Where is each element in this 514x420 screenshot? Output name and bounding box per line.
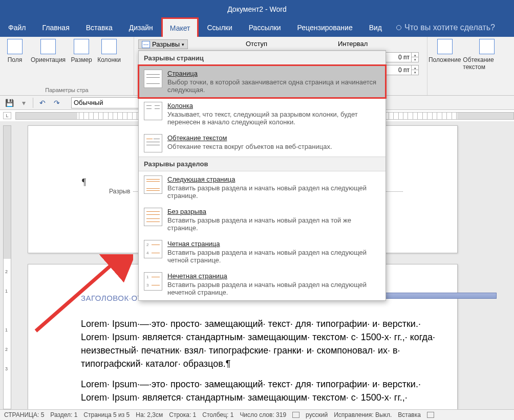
status-column[interactable]: Столбец: 1 <box>202 411 233 418</box>
margins-button[interactable]: Поля <box>3 39 27 63</box>
save-button[interactable]: 💾 <box>4 98 14 108</box>
column-break-icon <box>144 102 162 120</box>
macro-icon[interactable] <box>427 412 434 418</box>
status-insert-mode[interactable]: Вставка <box>398 411 421 418</box>
breaks-dropdown: Разрывы страниц СтраницаВыбор точки, в к… <box>138 50 386 301</box>
odd-page-icon: 13 <box>144 272 162 291</box>
menu-item-even-page[interactable]: 24 Четная страницаВставить разрыв раздел… <box>139 236 386 268</box>
status-page-of[interactable]: Страница 5 из 5 <box>83 411 130 418</box>
body-paragraph-2: Lorem· Ipsum·—·это· просто· замещающий· … <box>81 378 442 404</box>
position-button[interactable]: Положение <box>431 39 459 71</box>
menu-item-next-page[interactable]: Следующая страницаВставить разрыв раздел… <box>139 171 386 204</box>
tab-references[interactable]: Ссылки <box>199 18 240 37</box>
paragraph-mark: ¶ <box>82 177 86 188</box>
orientation-button[interactable]: Ориентация <box>31 39 66 63</box>
breaks-icon <box>142 41 150 48</box>
menubar: Файл Главная Вставка Дизайн Макет Ссылки… <box>0 18 514 37</box>
ruler-tab-selector[interactable]: L <box>3 112 11 119</box>
interval-label: Интервал <box>338 40 368 48</box>
menu-item-text-wrapping[interactable]: Обтекание текстомОбтекание текста вокруг… <box>139 130 386 157</box>
margins-icon <box>7 39 23 54</box>
tell-me-input[interactable]: Что вы хотите сделать? <box>390 18 501 37</box>
status-line[interactable]: Строка: 1 <box>169 411 196 418</box>
menu-item-odd-page[interactable]: 13 Нечетная страницаВставить разрыв разд… <box>139 268 386 300</box>
position-icon <box>437 39 453 54</box>
spellcheck-icon[interactable] <box>292 412 299 418</box>
columns-button[interactable]: Колонки <box>97 39 121 63</box>
vertical-ruler[interactable]: 2 1 1 2 3 <box>3 125 11 409</box>
tell-me-placeholder: Что вы хотите сделать? <box>404 23 495 32</box>
wrap-text-icon <box>479 39 495 54</box>
status-language[interactable]: русский <box>306 411 328 418</box>
tab-home[interactable]: Главная <box>34 18 77 37</box>
chevron-down-icon: ▾ <box>182 42 184 47</box>
tab-review[interactable]: Рецензирование <box>289 18 361 37</box>
wrap-text-button[interactable]: Обтекание текстом <box>463 39 511 71</box>
ribbon-group-page-setup: Поля Ориентация Размер Колонки Параметры… <box>0 37 134 95</box>
tab-design[interactable]: Дизайн <box>121 18 161 37</box>
statusbar: СТРАНИЦА: 5 Раздел: 1 Страница 5 из 5 На… <box>0 409 514 420</box>
section-page-breaks: Разрывы страниц <box>139 51 386 65</box>
size-button[interactable]: Размер <box>70 39 93 63</box>
status-section[interactable]: Раздел: 1 <box>50 411 77 418</box>
columns-icon <box>101 39 117 54</box>
window-title: Документ2 - Word <box>227 5 287 13</box>
orientation-icon <box>40 39 56 54</box>
page-break-icon <box>144 70 162 88</box>
menu-item-continuous[interactable]: Без разрываВставить разрыв раздела и нач… <box>139 204 386 236</box>
indent-label: Отступ <box>246 40 267 48</box>
tab-layout[interactable]: Макет <box>161 17 199 37</box>
status-page[interactable]: СТРАНИЦА: 5 <box>4 411 44 418</box>
size-icon <box>74 39 89 54</box>
breaks-button[interactable]: Разрывы ▾ <box>138 39 188 49</box>
body-paragraph-1: Lorem· Ipsum·—·это· просто· замещающий· … <box>81 317 442 370</box>
tab-view[interactable]: Вид <box>361 18 390 37</box>
text-wrap-break-icon <box>144 134 162 152</box>
even-page-icon: 24 <box>144 240 162 258</box>
next-page-icon <box>144 175 162 194</box>
menu-item-page[interactable]: СтраницаВыбор точки, в которой заканчива… <box>139 65 386 98</box>
page-setup-caption: Параметры стра <box>3 87 131 94</box>
tab-insert[interactable]: Вставка <box>78 18 121 37</box>
undo-button[interactable]: ↶ <box>37 98 48 108</box>
continuous-icon <box>144 208 162 226</box>
menu-item-column[interactable]: КолонкаУказывает, что текст, следующий з… <box>139 98 386 130</box>
titlebar: Документ2 - Word <box>0 0 514 18</box>
section-section-breaks: Разрывы разделов <box>139 157 386 171</box>
dropdown-button[interactable]: ▾ <box>18 98 29 108</box>
status-track-changes[interactable]: Исправления: Выкл. <box>334 411 392 418</box>
ribbon-group-arrange: Положение Обтекание текстом <box>427 37 514 95</box>
tab-mailings[interactable]: Рассылки <box>241 18 289 37</box>
status-words[interactable]: Число слов: 319 <box>240 411 286 418</box>
redo-button[interactable]: ↷ <box>52 98 62 108</box>
status-at[interactable]: На: 2,3см <box>136 411 163 418</box>
lightbulb-icon <box>396 25 401 30</box>
tab-file[interactable]: Файл <box>0 18 34 37</box>
